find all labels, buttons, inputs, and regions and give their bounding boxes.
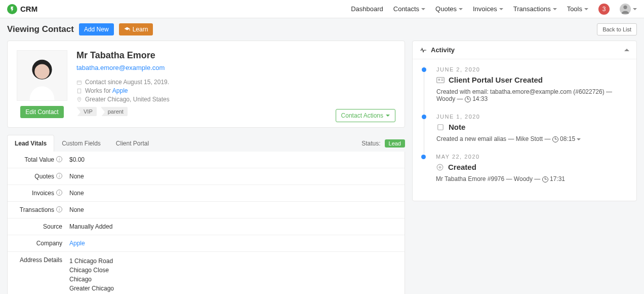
contact-photo [17,50,67,101]
id-card-icon [436,76,445,84]
tag-parent[interactable]: parent [101,107,128,116]
graduation-icon [124,26,130,32]
tl-body-text: Mr Tabatha Emore #9976 — Woody — [436,175,542,182]
nav-invoices-label: Invoices [473,5,497,13]
edit-contact-button[interactable]: Edit Contact [20,106,63,118]
info-icon[interactable]: i [56,173,62,179]
activity-card: Activity JUNE 2, 2020 Client Portal User… [412,41,637,201]
activity-header[interactable]: Activity [413,41,636,59]
info-icon[interactable]: i [56,190,62,196]
nav-contacts-label: Contacts [393,5,419,13]
activity-title: Activity [431,46,455,54]
caret-icon [499,8,503,10]
tl-date: MAY 22, 2020 [436,154,627,160]
nav-quotes-label: Quotes [435,5,457,13]
timeline-item: JUNE 2, 2020 Client Portal User Created … [424,66,627,114]
heartbeat-icon [420,47,427,54]
val-total-value: $0.00 [69,156,398,163]
clock-icon [542,176,548,182]
clock-icon [465,96,471,102]
val-transactions: None [69,206,398,213]
tab-lead-vitals[interactable]: Lead Vitals [7,135,54,152]
svg-rect-6 [77,89,80,93]
nav-transactions[interactable]: Transactions [513,5,557,13]
label-address: Address Details [20,256,62,264]
caret-icon [553,8,557,10]
contact-header-card: Edit Contact Mr Tabatha Emore tabatha.em… [7,41,405,128]
plus-circle-icon [436,163,444,171]
label-total-value: Total Value [25,156,54,163]
val-source: Manually Added [69,223,398,230]
back-to-list-button[interactable]: Back to List [597,23,637,35]
caret-icon [386,115,390,117]
svg-point-3 [34,64,49,79]
timeline-item: MAY 22, 2020 Created Mr Tabatha Emore #9… [424,154,627,194]
user-menu[interactable] [620,4,637,15]
contact-actions-button[interactable]: Contact Actions [336,109,395,122]
label-source: Source [43,223,62,230]
contact-name: Mr Tabatha Emore [76,50,170,61]
nav-invoices[interactable]: Invoices [473,5,503,13]
val-company-link[interactable]: Apple [69,240,85,247]
info-icon[interactable]: i [56,156,62,162]
info-icon[interactable]: i [56,206,62,212]
caret-icon [584,8,588,10]
vitals-card: Total Valuei$0.00 QuotesiNone InvoicesiN… [7,152,405,294]
tl-title-text: Note [449,123,465,131]
contact-location: Greater Chicago, United States [85,96,170,103]
timeline-dot-icon [422,67,426,72]
nav-tools[interactable]: Tools [567,5,588,13]
brand[interactable]: CRM [7,4,37,14]
tab-client-portal[interactable]: Client Portal [108,135,156,152]
works-for-prefix: Works for [85,87,112,94]
nav-tools-label: Tools [567,5,582,13]
calendar-icon [76,80,82,85]
addr-line: Chicago [69,275,398,284]
label-invoices: Invoices [32,190,54,197]
brand-text: CRM [20,5,37,13]
learn-label: Learn [133,26,148,33]
pin-icon [76,97,82,102]
tl-time: 08:15 [560,135,575,142]
tag-vip[interactable]: VIP [76,107,97,116]
caret-icon[interactable] [577,138,581,140]
tl-time: 17:31 [550,175,565,182]
nav-quotes[interactable]: Quotes [435,5,463,13]
tl-title-text: Created [448,163,476,171]
contact-email-link[interactable]: tabatha.emore@example.com [76,64,165,71]
addr-line: Greater Chicago [69,284,398,293]
tl-title-text: Client Portal User Created [449,76,543,84]
svg-point-0 [623,5,627,9]
contact-since: Contact since August 15, 2019. [85,79,169,86]
tl-date: JUNE 1, 2020 [436,114,627,120]
building-icon [76,88,82,94]
nav-dashboard[interactable]: Dashboard [351,5,383,13]
svg-rect-4 [77,81,81,84]
page-title: Viewing Contact [7,24,74,34]
nav-right: Dashboard Contacts Quotes Invoices Trans… [351,4,637,15]
label-transactions: Transactions [20,206,54,213]
clock-icon [552,136,558,142]
nav-contacts[interactable]: Contacts [393,5,425,13]
timeline-dot-icon [422,115,426,119]
status-badge: Lead [385,139,405,148]
tab-custom-fields[interactable]: Custom Fields [54,135,108,152]
company-link[interactable]: Apple [112,87,128,94]
svg-point-8 [79,98,80,99]
svg-rect-15 [438,124,444,130]
learn-button[interactable]: Learn [119,23,153,35]
val-invoices: None [69,190,398,197]
addr-line: Chicago Close [69,266,398,275]
caret-icon [421,8,425,10]
timeline-item: JUNE 1, 2020 Note Created a new email al… [424,114,627,154]
top-nav: CRM Dashboard Contacts Quotes Invoices T… [0,0,644,18]
contact-actions-label: Contact Actions [341,112,383,119]
label-quotes: Quotes [34,173,54,180]
tl-date: JUNE 2, 2020 [436,66,627,72]
timeline-dot-icon [421,155,426,159]
addr-line: 1 Chicago Road [69,256,398,266]
val-address: 1 Chicago Road Chicago Close Chicago Gre… [69,256,398,294]
notification-badge[interactable]: 3 [598,4,610,15]
add-new-button[interactable]: Add New [79,23,114,35]
tl-body-text: Created with email: tabatha.emore@exampl… [436,88,612,102]
